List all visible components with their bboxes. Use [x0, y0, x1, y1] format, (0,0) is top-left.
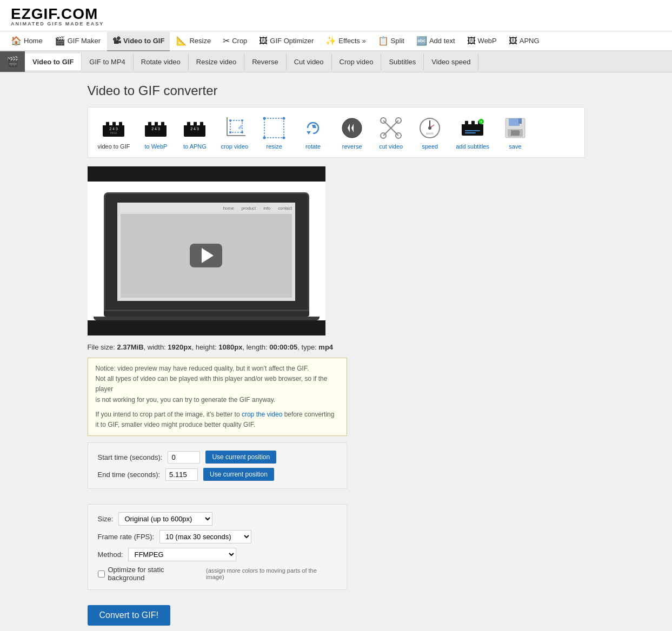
svg-rect-63 — [465, 132, 476, 133]
svg-rect-67 — [509, 118, 520, 126]
svg-point-38 — [283, 137, 285, 139]
notice-line3: is not working for you, you can try to g… — [96, 395, 339, 405]
sub-nav-resize-video[interactable]: Resize video — [189, 53, 244, 70]
fps-select[interactable]: 10 (max 30 seconds) 15 (max 20 seconds) … — [159, 530, 251, 543]
nav-effects-label: Effects » — [338, 37, 365, 45]
tool-resize[interactable]: resize — [257, 113, 291, 152]
svg-rect-22 — [197, 122, 200, 125]
add-text-icon: 🔤 — [416, 36, 427, 46]
svg-rect-6 — [122, 122, 124, 125]
tool-crop-video-label: crop video — [221, 143, 248, 150]
nav-gif-maker-label: GIF Maker — [68, 37, 101, 45]
play-button[interactable] — [190, 244, 222, 267]
svg-rect-59 — [468, 120, 471, 124]
sub-nav-video-to-gif[interactable]: Video to GIF — [25, 53, 82, 70]
rotate-tool-icon — [300, 115, 326, 141]
to-webp-tool-icon: 2 4 3 — [143, 115, 169, 141]
start-time-input[interactable] — [168, 451, 200, 464]
film-icon: 🎬 — [0, 51, 25, 72]
svg-marker-39 — [307, 131, 311, 135]
tool-video-to-gif-label: video to GIF — [98, 143, 130, 150]
file-size-label: File size: — [88, 343, 117, 351]
home-icon: 🏠 — [11, 36, 22, 46]
nav-resize-label: Resize — [189, 37, 211, 45]
tool-speed[interactable]: km/h speed — [412, 113, 447, 152]
use-current-position-end-button[interactable]: Use current position — [203, 468, 274, 481]
tool-video-to-gif[interactable]: 2 4 3 05/12 video to GIF — [94, 113, 135, 152]
header: EZGIF.COM ANIMATED GIFS MADE EASY — [0, 0, 672, 31]
resize-tool-icon — [261, 115, 287, 141]
nav-add-text[interactable]: 🔤 Add text — [411, 31, 461, 51]
nav-effects[interactable]: ✨ Effects » — [320, 31, 371, 51]
svg-rect-68 — [518, 118, 522, 124]
sub-nav-gif-to-mp4[interactable]: GIF to MP4 — [82, 53, 133, 70]
svg-point-37 — [263, 137, 266, 139]
nav-gif-optimizer[interactable]: 🖼 GIF Optimizer — [254, 32, 319, 51]
save-tool-icon — [502, 115, 528, 141]
svg-point-28 — [229, 119, 231, 122]
crop-icon: ✂ — [223, 36, 230, 46]
size-select[interactable]: Original (up to 600px) 240px 320px 480px… — [118, 512, 212, 526]
notice-line4: If you intend to crop part of the image,… — [96, 411, 240, 418]
svg-point-31 — [241, 131, 243, 133]
tool-icons-row: 2 4 3 05/12 video to GIF 2 4 3 — [88, 107, 585, 158]
add-subtitles-tool-icon: + — [460, 115, 485, 141]
nav-gif-maker[interactable]: 🎬 GIF Maker — [49, 31, 106, 51]
tool-to-apng[interactable]: 2 4 3 to APNG — [177, 113, 212, 152]
nav-add-text-label: Add text — [429, 37, 455, 45]
end-time-row: End time (seconds): Use current position — [98, 468, 337, 481]
nav-split-label: Split — [391, 37, 404, 45]
tool-to-webp[interactable]: 2 4 3 to WebP — [138, 113, 173, 152]
svg-rect-3 — [103, 122, 106, 125]
svg-rect-5 — [116, 122, 119, 125]
optimize-row: Optimize for static background (assign m… — [98, 566, 337, 582]
tool-rotate[interactable]: rotate — [296, 113, 330, 152]
method-row: Method: FFMPEG Imagemagick — [98, 548, 337, 561]
crop-video-link[interactable]: crop the video — [242, 411, 282, 418]
tool-add-subtitles[interactable]: + add subtitles — [451, 113, 494, 152]
nav-webp-label: WebP — [478, 37, 497, 45]
logo-sub: ANIMATED GIFS MADE EASY — [11, 22, 661, 26]
nav-apng[interactable]: 🖼 APNG — [503, 32, 545, 51]
video-container: home product info contact — [88, 166, 325, 335]
height-label: , height: — [191, 343, 218, 351]
svg-point-53 — [428, 126, 431, 130]
nav-split[interactable]: 📋 Split — [372, 31, 410, 51]
optimize-checkbox[interactable] — [98, 570, 105, 578]
tool-cut-video[interactable]: cut video — [374, 113, 408, 152]
tool-reverse[interactable]: reverse — [335, 113, 369, 152]
nav-crop[interactable]: ✂ Crop — [217, 31, 252, 51]
nav-video-to-gif-label: Video to GIF — [123, 37, 164, 45]
svg-rect-13 — [151, 122, 155, 125]
size-label: Size: — [98, 515, 114, 523]
tool-cut-video-label: cut video — [379, 143, 403, 150]
svg-text:km/h: km/h — [427, 132, 434, 135]
start-time-label: Start time (seconds): — [98, 453, 163, 461]
convert-button[interactable]: Convert to GIF! — [88, 605, 170, 626]
sub-nav-rotate-video[interactable]: Rotate video — [134, 53, 189, 70]
svg-rect-60 — [475, 120, 478, 124]
svg-rect-62 — [465, 130, 480, 131]
sub-nav-reverse[interactable]: Reverse — [244, 53, 286, 70]
nav-resize[interactable]: 📐 Resize — [171, 31, 216, 51]
timing-section: Start time (seconds): Use current positi… — [88, 442, 347, 489]
sub-nav-subtitles[interactable]: Subtitles — [381, 53, 424, 70]
nav-home[interactable]: 🏠 Home — [5, 31, 48, 51]
end-time-input[interactable] — [165, 468, 198, 481]
sub-nav-video-speed[interactable]: Video speed — [424, 53, 478, 70]
end-time-label: End time (seconds): — [98, 471, 161, 479]
size-row: Size: Original (up to 600px) 240px 320px… — [98, 512, 337, 526]
use-current-position-start-button[interactable]: Use current position — [205, 451, 276, 464]
length-value: 00:00:05 — [269, 343, 297, 351]
svg-rect-12 — [145, 122, 148, 125]
svg-point-36 — [283, 117, 285, 120]
sub-nav-cut-video[interactable]: Cut video — [287, 53, 332, 70]
svg-rect-23 — [203, 122, 205, 125]
tool-save[interactable]: save — [498, 113, 533, 152]
nav-video-to-gif[interactable]: 📽 Video to GIF — [107, 32, 170, 51]
tool-crop-video[interactable]: crop video — [216, 113, 252, 152]
nav-webp[interactable]: 🖼 WebP — [462, 32, 502, 51]
method-select[interactable]: FFMPEG Imagemagick — [128, 548, 236, 561]
sub-nav-crop-video[interactable]: Crop video — [332, 53, 382, 70]
type-label: , type: — [297, 343, 318, 351]
